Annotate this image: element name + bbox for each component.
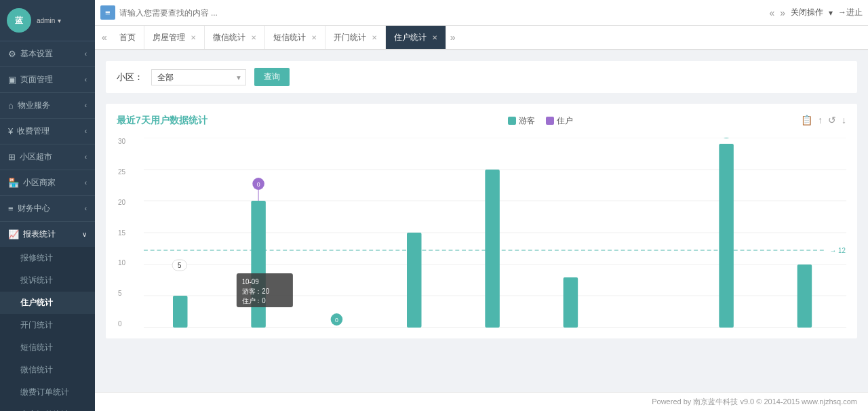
bar-visitor-1006 <box>485 170 500 328</box>
tab-close-resident[interactable]: ✕ <box>432 34 437 41</box>
footer-text: Powered by 南京蓝牛科技 v9.0 © 2014-2015 www.n… <box>652 397 857 406</box>
sidebar-section-page: ▣ 页面管理 ‹ <box>0 67 95 93</box>
content-area: 小区： 全部 ▼ 查询 最近7天用户数据统计 游客 <box>95 50 868 392</box>
tabs-bar: « 首页 房屋管理 ✕ 微信统计 ✕ 短信统计 ✕ 开门统计 ✕ 住户统计 ✕ … <box>95 26 868 50</box>
report-icon: 📈 <box>8 229 19 239</box>
bar-visitor-1010 <box>173 296 188 328</box>
tab-close-house[interactable]: ✕ <box>191 34 196 41</box>
sidebar-item-community-shop[interactable]: 🏪 小区商家 ‹ <box>0 170 95 195</box>
legend-visitor: 游客 <box>508 115 535 127</box>
fee-icon: ¥ <box>8 126 13 136</box>
topbar-right: « » 关闭操作 ▾ →进止 <box>769 7 863 18</box>
arrow-icon: ‹ <box>85 76 87 83</box>
chart-action-refresh[interactable]: ↺ <box>828 115 836 125</box>
tab-close-short-msg[interactable]: ✕ <box>311 34 317 41</box>
y-label-20: 20 <box>118 199 125 206</box>
sidebar-section-property: ⌂ 物业服务 ‹ <box>0 93 95 119</box>
main-area: ≡ « » 关闭操作 ▾ →进止 « 首页 房屋管理 ✕ 微信统计 ✕ 短信统计… <box>95 0 868 411</box>
sidebar-item-short-msg-stats[interactable]: 短信统计 <box>0 336 95 359</box>
bar-visitor-1005 <box>564 277 578 328</box>
visitor-color-dot <box>508 117 516 125</box>
sidebar-item-complaint-stats[interactable]: 投诉统计 <box>0 269 95 292</box>
chart-title: 最近7天用户数据统计 <box>117 115 208 127</box>
community-label: 小区： <box>117 71 143 83</box>
right-nav-arrow[interactable]: » <box>780 7 785 18</box>
chart-action-file[interactable]: 📋 <box>801 115 812 125</box>
sidebar-item-basic-settings[interactable]: ⚙ 基本设置 ‹ <box>0 41 95 66</box>
tab-home[interactable]: 首页 <box>111 26 144 50</box>
tab-next-btn[interactable]: » <box>446 32 460 43</box>
bar-visitor-1002 <box>797 265 812 328</box>
bar-visitor-1003 <box>719 144 734 328</box>
sidebar-section-finance: ≡ 财务中心 ‹ <box>0 196 95 222</box>
y-label-10: 10 <box>118 259 125 267</box>
close-action-btn[interactable]: 关闭操作 <box>791 7 823 18</box>
sidebar-logo: 蓝 admin ▾ <box>0 0 95 41</box>
sidebar-section-shop: 🏪 小区商家 ‹ <box>0 170 95 196</box>
y-label-30: 30 <box>118 138 125 145</box>
sidebar-item-community-market[interactable]: ⊞ 小区超市 ‹ <box>0 144 95 170</box>
sidebar-item-fee-manage[interactable]: ¥ 收费管理 ‹ <box>0 119 95 144</box>
tab-gate-stats[interactable]: 开门统计 ✕ <box>326 26 386 50</box>
bar-visitor-1009 <box>251 201 266 328</box>
y-label-5: 5 <box>118 290 125 297</box>
legend-resident: 住户 <box>546 115 573 127</box>
search-input[interactable] <box>119 8 770 18</box>
tab-resident-stats[interactable]: 住户统计 ✕ <box>386 26 446 50</box>
svg-text:10-09: 10-09 <box>242 278 259 286</box>
arrow-icon: ∨ <box>82 231 87 238</box>
filter-bar: 小区： 全部 ▼ 查询 <box>106 61 857 93</box>
chart-legend: 游客 住户 <box>235 115 846 127</box>
y-label-25: 25 <box>118 168 125 176</box>
arrow-icon: ‹ <box>85 102 87 109</box>
sidebar-item-repair-stats[interactable]: 报修统计 <box>0 247 95 269</box>
topbar: ≡ « » 关闭操作 ▾ →进止 <box>95 0 868 26</box>
logo-icon: 蓝 <box>7 8 31 33</box>
community-select[interactable]: 全部 <box>151 69 246 85</box>
sidebar: 蓝 admin ▾ ⚙ 基本设置 ‹ ▣ 页面管理 <box>0 0 95 411</box>
topbar-search-area: ≡ <box>100 5 769 20</box>
sidebar-section-report: 📈 报表统计 ∨ 报修统计 投诉统计 住户统计 开门统计 短信统计 微信统计 缴… <box>0 222 95 411</box>
sidebar-item-page-manage[interactable]: ▣ 页面管理 ‹ <box>0 67 95 92</box>
chart-svg: → 12.22 5 0 <box>144 138 846 328</box>
property-icon: ⌂ <box>8 100 14 111</box>
chart-action-download[interactable]: ↓ <box>842 115 846 125</box>
tab-close-wechat[interactable]: ✕ <box>251 34 256 41</box>
sidebar-section-basic: ⚙ 基本设置 ‹ <box>0 41 95 67</box>
tab-short-msg-stats[interactable]: 短信统计 ✕ <box>265 26 326 50</box>
settings-icon: ⚙ <box>8 49 16 59</box>
shop-icon: 🏪 <box>8 178 19 188</box>
chart-action-upload[interactable]: ↑ <box>818 115 823 125</box>
left-nav-arrow[interactable]: « <box>769 7 774 18</box>
sidebar-item-property-service[interactable]: ⌂ 物业服务 ‹ <box>0 93 95 118</box>
chart-area: → 12.22 5 0 <box>144 138 846 328</box>
sidebar-section-fee: ¥ 收费管理 ‹ <box>0 119 95 144</box>
sidebar-item-finance-center[interactable]: ≡ 财务中心 ‹ <box>0 196 95 221</box>
menu-toggle-button[interactable]: ≡ <box>100 5 115 20</box>
sidebar-item-report-stats[interactable]: 📈 报表统计 ∨ <box>0 222 95 247</box>
y-label-0: 0 <box>118 320 125 328</box>
sidebar-item-fee-order-stats[interactable]: 缴费订单统计 <box>0 381 95 404</box>
close-action-arrow[interactable]: ▾ <box>829 8 833 18</box>
tab-house-manage[interactable]: 房屋管理 ✕ <box>144 26 205 50</box>
footer: Powered by 南京蓝牛科技 v9.0 © 2014-2015 www.n… <box>95 392 868 411</box>
bar-visitor-1007 <box>407 233 422 328</box>
query-button[interactable]: 查询 <box>254 68 290 86</box>
sidebar-item-wechat-stats[interactable]: 微信统计 <box>0 359 95 381</box>
svg-text:0: 0 <box>257 181 260 188</box>
sidebar-item-gate-stats[interactable]: 开门统计 <box>0 314 95 336</box>
community-select-wrapper: 全部 ▼ <box>151 69 246 85</box>
chart-header: 最近7天用户数据统计 游客 住户 <box>117 115 846 127</box>
sidebar-item-merchant-order-stats[interactable]: 商家订单统计 <box>0 404 95 411</box>
tab-close-gate[interactable]: ✕ <box>372 34 377 41</box>
admin-label: admin ▾ <box>37 16 61 25</box>
arrow-icon: ‹ <box>85 179 87 187</box>
sidebar-item-resident-stats[interactable]: 住户统计 <box>0 292 95 314</box>
chart-card: 最近7天用户数据统计 游客 住户 📋 ↑ ↺ ↓ <box>106 104 857 338</box>
arrow-icon: ‹ <box>85 50 87 58</box>
svg-text:→ 12.22: → 12.22 <box>830 247 846 254</box>
tab-prev-btn[interactable]: « <box>98 32 111 43</box>
svg-text:住户：0: 住户：0 <box>242 297 267 305</box>
tab-wechat-stats[interactable]: 微信统计 ✕ <box>205 26 265 50</box>
forward-label[interactable]: →进止 <box>838 7 863 18</box>
